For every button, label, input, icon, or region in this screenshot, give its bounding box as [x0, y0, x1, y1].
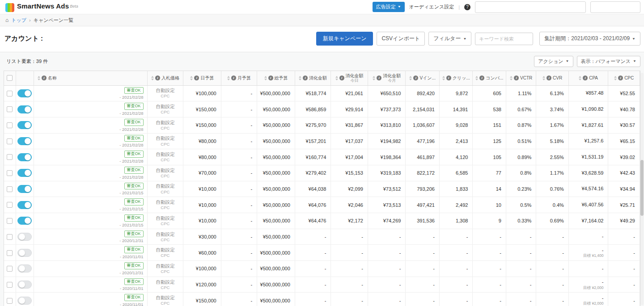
daily-budget-cell: ¥100,000 [183, 85, 221, 101]
breadcrumb-top-link[interactable]: トップ [11, 17, 26, 24]
vertical-scrollbar[interactable] [640, 73, 644, 305]
row-toggle[interactable] [17, 169, 32, 177]
campaign-name-cell[interactable]: 審査OK - 2021/02/28 [34, 165, 147, 181]
sort-control[interactable] [227, 76, 230, 80]
sort-control[interactable] [579, 76, 581, 80]
info-icon: i [42, 75, 47, 80]
row-toggle[interactable] [17, 105, 32, 113]
campaign-name-cell[interactable]: 審査OK - 2021/02/15 [34, 213, 147, 229]
new-campaign-button[interactable]: 新規キャンペーン [316, 32, 373, 46]
campaign-name-cell[interactable]: 審査OK - 2020/11/01 [34, 293, 147, 306]
campaign-name-cell[interactable]: 審査OK - 2021/02/28 [34, 117, 147, 133]
row-checkbox[interactable] [7, 122, 13, 128]
csv-import-button[interactable]: CSVインポート [377, 32, 425, 46]
row-toggle[interactable] [17, 89, 32, 97]
row-toggle[interactable] [17, 121, 32, 129]
conversions-cell: - [473, 229, 506, 245]
row-toggle[interactable] [17, 233, 32, 241]
cpa-note: 目標 ¥2,000 [569, 285, 604, 290]
sort-control[interactable] [542, 76, 545, 80]
campaign-name-cell[interactable]: 審査OK - 2020/12/31 [34, 261, 147, 277]
spend-cell: ¥275,970 [295, 117, 331, 133]
bid-price-cell: 自動設定 CPC [147, 277, 183, 293]
row-toggle[interactable] [17, 297, 32, 305]
campaign-name-cell[interactable]: 審査OK - 2021/02/28 [34, 85, 147, 101]
audience-settings-link[interactable]: オーディエンス設定 [409, 4, 454, 10]
sort-control[interactable] [475, 76, 478, 80]
spend-month-cell: - [368, 261, 406, 277]
campaign-name-cell[interactable]: 審査OK - 2021/02/28 [34, 101, 147, 117]
scrollbar-thumb[interactable] [640, 160, 644, 216]
monthly-budget-cell: - [221, 133, 257, 149]
row-checkbox[interactable] [7, 250, 13, 256]
date-range-selector[interactable]: 集計期間：2021/02/03 - 2021/02/09 ▼ [539, 32, 640, 46]
logo[interactable]: SmartNews AdsBeta [5, 2, 78, 12]
spend-cell: - [295, 245, 331, 261]
conversions-cell: - [473, 245, 506, 261]
row-checkbox[interactable] [7, 234, 13, 240]
sort-control[interactable] [335, 76, 338, 80]
row-toggle[interactable] [17, 217, 32, 225]
account-select-input[interactable] [475, 1, 586, 13]
campaign-name-cell[interactable]: 審査OK - 2020/11/01 [34, 245, 147, 261]
sort-control[interactable] [373, 76, 375, 80]
sort-control[interactable] [264, 76, 267, 80]
sort-control[interactable] [151, 76, 154, 80]
display-mode-dropdown[interactable]: 表示：パフォーマンス ▼ [577, 56, 640, 67]
campaign-name-cell[interactable]: 審査OK - 2021/02/15 [34, 197, 147, 213]
campaign-name-cell[interactable]: 審査OK - 2020/12/31 [34, 229, 147, 245]
column-header-total-budget: 総予算 [275, 75, 288, 81]
clicks-cell: - [439, 261, 472, 277]
bid-method: CPC [148, 221, 183, 226]
ad-settings-button[interactable]: 広告設定 ▼ [373, 2, 405, 12]
row-checkbox[interactable] [7, 170, 13, 176]
filter-dropdown[interactable]: フィルター ▼ [428, 32, 471, 46]
sort-control[interactable] [409, 76, 412, 80]
row-checkbox[interactable] [7, 186, 13, 192]
campaign-name-cell[interactable]: 審査OK - 2021/02/28 [34, 149, 147, 165]
sort-control[interactable] [614, 76, 617, 80]
cvr-cell: 6.13% [536, 85, 568, 101]
spend-cell: ¥279,402 [295, 165, 331, 181]
row-toggle[interactable] [17, 153, 32, 161]
row-checkbox[interactable] [7, 202, 13, 208]
campaign-name-cell[interactable]: 審査OK - 2020/11/01 [34, 277, 147, 293]
impressions-cell: - [406, 293, 440, 306]
bid-method: CPC [148, 205, 183, 210]
bid-method: CPC [148, 126, 183, 131]
review-status-badge: 審査OK [124, 294, 144, 301]
row-toggle[interactable] [17, 249, 32, 257]
campaign-end-date: - 2020/11/01 [120, 302, 144, 306]
help-icon[interactable]: ? [464, 4, 470, 10]
campaign-name-cell[interactable]: 審査OK - 2021/02/15 [34, 181, 147, 197]
row-checkbox[interactable] [7, 91, 13, 96]
campaign-name-cell[interactable]: 審査OK - 2021/02/28 [34, 133, 147, 149]
row-checkbox[interactable] [7, 282, 13, 288]
home-icon[interactable]: ⌂ [5, 17, 8, 23]
campaign-end-date: - 2021/02/15 [119, 222, 143, 227]
row-checkbox[interactable] [7, 266, 13, 272]
action-dropdown[interactable]: アクション ▼ [534, 56, 573, 67]
row-checkbox[interactable] [7, 298, 13, 304]
review-status-badge: 審査OK [124, 135, 144, 142]
row-toggle[interactable] [17, 137, 32, 145]
row-checkbox[interactable] [7, 106, 13, 112]
sort-control[interactable] [510, 76, 513, 80]
row-toggle[interactable] [17, 201, 32, 209]
spend-today-cell: - [331, 277, 368, 293]
total-budget-cell: ¥500,000,000 [257, 293, 295, 306]
sort-control[interactable] [442, 76, 445, 80]
select-all-checkbox[interactable] [7, 75, 13, 81]
sort-control[interactable] [190, 76, 193, 80]
sort-control[interactable] [299, 76, 301, 80]
row-checkbox[interactable] [7, 218, 13, 224]
row-checkbox[interactable] [7, 138, 13, 144]
row-toggle[interactable] [17, 264, 32, 272]
row-toggle[interactable] [17, 281, 32, 289]
sort-control[interactable] [38, 76, 40, 80]
row-checkbox[interactable] [7, 154, 13, 160]
row-toggle[interactable] [17, 185, 32, 193]
keyword-search-input[interactable] [475, 33, 533, 45]
cpa-note: 目標 ¥2,000 [569, 301, 604, 306]
secondary-select-input[interactable] [590, 1, 640, 13]
